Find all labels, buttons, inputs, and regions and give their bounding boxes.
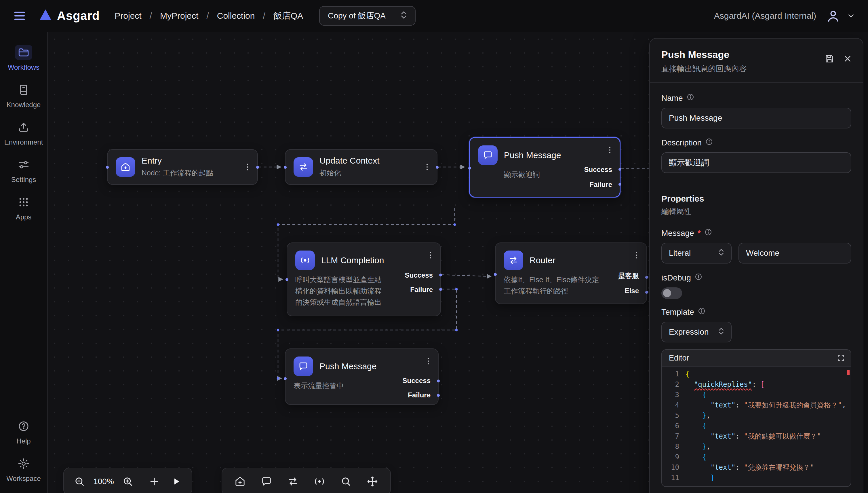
- sidebar-item-workflows[interactable]: Workflows: [8, 45, 40, 71]
- port-dot[interactable]: [437, 380, 440, 382]
- logo[interactable]: Asgard: [39, 9, 99, 23]
- run-button[interactable]: [166, 472, 186, 491]
- port-dot[interactable]: [439, 274, 442, 276]
- required-marker: *: [698, 229, 701, 238]
- sidebar-item-knowledge[interactable]: Knowledge: [7, 82, 41, 109]
- port-label-failure[interactable]: Failure: [408, 391, 430, 399]
- palette-entry-button home-plus-icon[interactable]: [230, 472, 250, 491]
- port-label-failure[interactable]: Failure: [589, 180, 612, 189]
- breadcrumb-collection[interactable]: Collection: [217, 11, 255, 21]
- port-dot[interactable]: [439, 288, 442, 291]
- kebab-menu-icon[interactable]: [422, 355, 435, 367]
- info-icon[interactable]: [694, 273, 703, 283]
- kebab-menu-icon[interactable]: [424, 249, 437, 261]
- code-editor[interactable]: 1{2 "quickReplies": [3 {4 "text": "我要如何升…: [662, 367, 851, 486]
- port-dot[interactable]: [619, 183, 621, 186]
- port-dot[interactable]: [619, 168, 621, 171]
- info-icon[interactable]: [698, 307, 706, 317]
- node-subtitle: 表示流量控管中: [293, 380, 380, 391]
- node-title: Update Context: [319, 156, 379, 166]
- port-dot[interactable]: [436, 166, 439, 169]
- port-dot[interactable]: [286, 278, 288, 281]
- breadcrumb-project[interactable]: Project: [114, 11, 141, 21]
- palette-swap-button swap-arrows-icon[interactable]: [283, 472, 303, 491]
- node-push-message-welcome[interactable]: Push Message 顯示歡迎詞 Success Failure: [469, 137, 621, 197]
- palette-move-button move-icon[interactable]: [363, 472, 382, 491]
- breadcrumb-separator: /: [150, 11, 152, 21]
- workspace-icon: [15, 456, 32, 471]
- expand-icon[interactable]: [837, 354, 845, 362]
- user-icon[interactable]: [825, 8, 841, 24]
- port-dot[interactable]: [437, 394, 440, 397]
- add-button[interactable]: [144, 472, 164, 491]
- node-subtitle: Node: 工作流程的起點: [141, 167, 213, 178]
- swap-arrows-icon: [504, 251, 523, 270]
- sidebar-item-label: Knowledge: [7, 101, 41, 109]
- breadcrumb-separator: /: [263, 11, 265, 21]
- message-value-input[interactable]: Welcome: [738, 243, 851, 263]
- node-llm-completion[interactable]: LLM Completion 呼叫大型語言模型並產生結構化的資料輸出以輔助流程的…: [287, 242, 441, 316]
- sidebar-item-help[interactable]: Help: [15, 419, 32, 445]
- port-dot[interactable]: [106, 166, 109, 169]
- port-dot[interactable]: [468, 167, 471, 170]
- save-icon[interactable]: [824, 53, 834, 64]
- port-dot[interactable]: [284, 166, 287, 169]
- sidebar-item-label: Environment: [4, 138, 43, 146]
- kebab-menu-icon[interactable]: [421, 161, 433, 173]
- kebab-menu-icon[interactable]: [603, 144, 616, 156]
- port-label-failure[interactable]: Failure: [410, 286, 433, 294]
- chat-bubble-icon: [478, 145, 497, 165]
- zoom-out-button[interactable]: [70, 472, 89, 491]
- kebab-menu-icon[interactable]: [241, 161, 254, 173]
- properties-heading: Properties: [661, 194, 851, 203]
- node-properties-panel: Push Message 直接輸出訊息的回應內容 Name Push Messa…: [649, 38, 863, 493]
- message-type-select[interactable]: Literal: [661, 243, 732, 263]
- palette-message-button chat-bubble-icon[interactable]: [257, 472, 276, 491]
- kebab-menu-icon[interactable]: [630, 249, 643, 261]
- sidebar-item-workspace[interactable]: Workspace: [6, 456, 41, 483]
- knowledge-icon: [15, 82, 32, 97]
- sidebar-item-apps[interactable]: Apps: [15, 195, 32, 221]
- node-entry[interactable]: Entry Node: 工作流程的起點: [107, 149, 258, 185]
- isdebug-toggle[interactable]: [661, 287, 682, 299]
- sidebar-item-settings[interactable]: Settings: [11, 157, 36, 184]
- port-label-success[interactable]: Success: [403, 377, 430, 385]
- template-select[interactable]: Expression: [661, 322, 732, 342]
- port-dot[interactable]: [284, 377, 287, 380]
- info-icon[interactable]: [686, 93, 694, 103]
- breadcrumb-myproject[interactable]: MyProject: [160, 11, 198, 21]
- sidebar-item-environment[interactable]: Environment: [4, 120, 43, 146]
- port-dot[interactable]: [645, 276, 648, 279]
- port-label-success[interactable]: Success: [405, 271, 433, 279]
- node-subtitle: 初始化: [319, 167, 379, 178]
- description-input[interactable]: 顯示歡迎詞: [661, 152, 851, 173]
- port-label-if[interactable]: 是客服: [618, 271, 639, 280]
- close-icon[interactable]: [843, 54, 852, 64]
- header: Asgard Project / MyProject / Collection …: [0, 0, 868, 32]
- breadcrumb-current[interactable]: 飯店QA: [273, 10, 303, 22]
- node-update-context[interactable]: Update Context 初始化: [285, 149, 438, 185]
- port-dot[interactable]: [645, 291, 648, 294]
- hamburger-menu-icon[interactable]: [13, 9, 26, 23]
- chevron-down-icon[interactable]: [847, 12, 855, 20]
- info-icon[interactable]: [704, 228, 712, 238]
- name-label: Name: [661, 93, 851, 103]
- palette-llm-button llm-icon[interactable]: [310, 472, 329, 491]
- port-label-success[interactable]: Success: [584, 166, 612, 174]
- message-label: Message *: [661, 228, 851, 238]
- node-router[interactable]: Router 依據If、Else If、Else條件決定工作流程執行的路徑 是客…: [495, 242, 647, 304]
- workflow-selector-value: Copy of 飯店QA: [328, 10, 386, 21]
- name-input[interactable]: Push Message: [661, 108, 851, 128]
- port-dot[interactable]: [494, 273, 497, 276]
- info-icon[interactable]: [705, 138, 713, 148]
- palette-search-button search-icon[interactable]: [336, 472, 356, 491]
- node-title: Push Message: [504, 150, 561, 160]
- port-dot[interactable]: [256, 166, 259, 169]
- panel-subtitle: 直接輸出訊息的回應內容: [661, 64, 747, 74]
- node-push-message-throttle[interactable]: Push Message 表示流量控管中 Success Failure: [285, 348, 439, 405]
- logo-text: Asgard: [57, 9, 99, 23]
- port-label-else[interactable]: Else: [625, 287, 639, 295]
- sidebar-item-label: Workspace: [6, 475, 41, 483]
- workflow-selector[interactable]: Copy of 飯店QA: [319, 6, 416, 26]
- zoom-in-button[interactable]: [118, 472, 138, 491]
